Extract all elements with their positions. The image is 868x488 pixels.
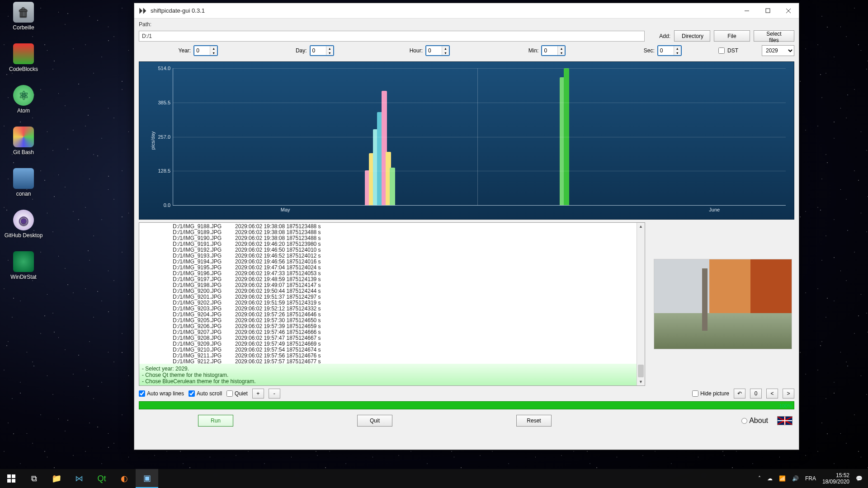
close-button[interactable] (778, 3, 799, 19)
taskbar-explorer[interactable]: 📁 (45, 469, 68, 488)
path-input[interactable] (139, 31, 645, 42)
dst-label: DST (727, 47, 738, 54)
add-file-button[interactable]: File (714, 30, 750, 42)
desktop-icon-gitbash[interactable]: Git Bash (2, 127, 45, 155)
progress-percent: 100% (779, 402, 792, 410)
font-plus-button[interactable]: + (252, 389, 264, 399)
progress-bar: 100% (139, 401, 794, 409)
day-spinner[interactable]: ▲▼ (310, 45, 334, 56)
tray-clock[interactable]: 15:5218/09/2020 (822, 472, 849, 485)
add-label: Add: (659, 33, 670, 39)
about-radio[interactable] (741, 418, 747, 424)
prev-image-button[interactable]: < (766, 389, 778, 399)
language-flag-uk[interactable] (777, 416, 793, 425)
app-window: shiftpicdate-gui 0.3.1 Path: Add: Direct… (134, 3, 799, 450)
reset-rotate-button[interactable]: 0 (750, 389, 762, 399)
log-panel[interactable]: D:/1/IMG_9188.JPG 2029:06:02 19:38:08 18… (139, 222, 645, 386)
desktop-icon-corbeille[interactable]: 🗑Corbeille (2, 2, 45, 31)
day-label: Day: (289, 47, 307, 54)
system-tray[interactable]: ˄ ☁ 📶 🔊 FRA 15:5218/09/2020 💬 (753, 472, 868, 485)
path-label: Path: (139, 21, 159, 28)
min-spinner[interactable]: ▲▼ (541, 45, 566, 56)
autowrap-checkbox[interactable] (139, 390, 145, 397)
hidepicture-checkbox[interactable] (692, 390, 698, 397)
dst-checkbox[interactable] (718, 47, 725, 54)
app-icon (138, 6, 147, 15)
sec-label: Sec: (637, 47, 655, 54)
desktop-icons: 🗑Corbeille CodeBlocks ⚛Atom Git Bash con… (2, 2, 52, 280)
log-scrollbar[interactable]: ▲▼ (637, 223, 645, 385)
taskbar-vscode[interactable]: ⋈ (68, 469, 90, 488)
desktop-icon-atom[interactable]: ⚛Atom (2, 85, 45, 114)
year-spinner[interactable]: ▲▼ (193, 45, 218, 56)
taskbar-firefox[interactable]: ◐ (113, 469, 136, 488)
run-button[interactable]: Run (198, 415, 233, 427)
tray-chevron-icon[interactable]: ˄ (758, 475, 761, 482)
taskbar-shiftpicdate[interactable]: ▣ (136, 469, 158, 488)
desktop-icon-githubdesktop[interactable]: ◉GitHub Desktop (2, 210, 45, 239)
tray-cloud-icon[interactable]: ☁ (767, 475, 773, 482)
min-label: Min: (520, 47, 538, 54)
log-status: - Select year: 2029.- Chose Qt theme for… (139, 364, 637, 385)
rotate-button[interactable]: ↶ (734, 389, 745, 399)
taskview-button[interactable]: ⧉ (23, 469, 45, 488)
svg-rect-0 (766, 9, 770, 13)
desktop-icon-windirstat[interactable]: WinDirStat (2, 251, 45, 280)
desktop-icon-codeblocks[interactable]: CodeBlocks (2, 43, 45, 72)
quit-button[interactable]: Quit (357, 415, 392, 427)
quiet-checkbox[interactable] (226, 390, 233, 397)
tray-wifi-icon[interactable]: 📶 (779, 475, 786, 482)
taskbar-qt[interactable]: Qt (90, 469, 113, 488)
window-title: shiftpicdate-gui 0.3.1 (151, 7, 205, 14)
tray-volume-icon[interactable]: 🔊 (792, 475, 799, 482)
maximize-button[interactable] (757, 3, 778, 19)
font-minus-button[interactable]: - (269, 389, 280, 399)
year-down[interactable]: ▼ (210, 51, 217, 55)
histogram-chart[interactable]: pics/day 0.0128.5257.0385.5514.0MayJune (139, 61, 794, 220)
tray-language[interactable]: FRA (805, 475, 816, 482)
minimize-button[interactable] (736, 3, 757, 19)
tray-notifications-icon[interactable]: 💬 (856, 475, 863, 482)
next-image-button[interactable]: > (783, 389, 794, 399)
titlebar[interactable]: shiftpicdate-gui 0.3.1 (134, 3, 799, 19)
select-files-button[interactable]: Select files (754, 30, 794, 42)
reset-button[interactable]: Reset (516, 415, 552, 427)
year-select[interactable]: 2029 (762, 45, 794, 56)
desktop-icon-conan[interactable]: conan (2, 168, 45, 197)
preview-thumbnail[interactable] (654, 259, 792, 349)
add-directory-button[interactable]: Directory (674, 30, 710, 42)
sec-spinner[interactable]: ▲▼ (657, 45, 682, 56)
taskbar[interactable]: ⧉ 📁 ⋈ Qt ◐ ▣ ˄ ☁ 📶 🔊 FRA 15:5218/09/2020… (0, 469, 868, 488)
autoscroll-checkbox[interactable] (189, 390, 195, 397)
year-up[interactable]: ▲ (210, 46, 217, 51)
chart-ylabel: pics/day (150, 131, 156, 150)
start-button[interactable] (0, 469, 23, 488)
hour-label: Hour: (405, 47, 423, 54)
year-label: Year: (173, 47, 191, 54)
hour-spinner[interactable]: ▲▼ (425, 45, 450, 56)
image-preview (651, 222, 794, 386)
